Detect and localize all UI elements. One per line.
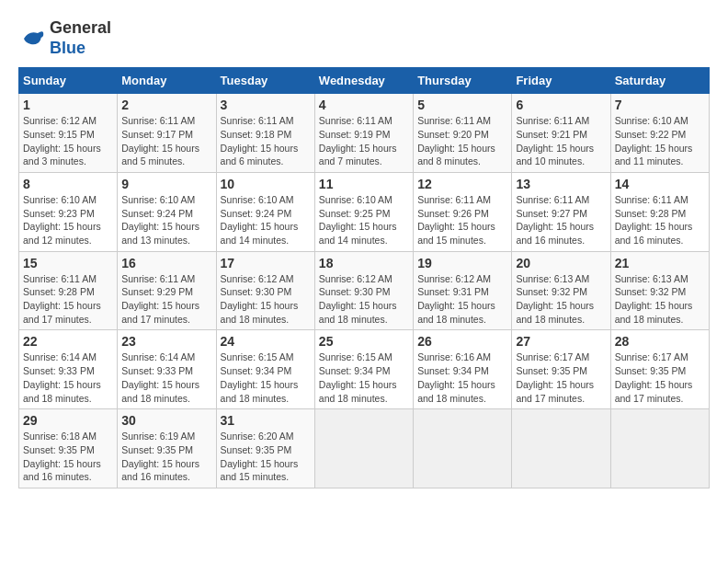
- day-number: 24: [221, 334, 311, 349]
- calendar-day: 30 Sunrise: 6:19 AM Sunset: 9:35 PM Dayl…: [118, 409, 216, 488]
- calendar-day: 18 Sunrise: 6:12 AM Sunset: 9:30 PM Dayl…: [314, 251, 413, 330]
- calendar-day: 21 Sunrise: 6:13 AM Sunset: 9:32 PM Dayl…: [610, 251, 709, 330]
- calendar-day: 16 Sunrise: 6:11 AM Sunset: 9:29 PM Dayl…: [118, 251, 216, 330]
- calendar-week-row: 1 Sunrise: 6:12 AM Sunset: 9:15 PM Dayli…: [19, 94, 710, 173]
- calendar-day: 19 Sunrise: 6:12 AM Sunset: 9:31 PM Dayl…: [414, 251, 512, 330]
- calendar-day: 4 Sunrise: 6:11 AM Sunset: 9:19 PM Dayli…: [314, 94, 413, 173]
- day-detail: Sunrise: 6:19 AM Sunset: 9:35 PM Dayligh…: [121, 430, 211, 484]
- day-detail: Sunrise: 6:12 AM Sunset: 9:31 PM Dayligh…: [417, 272, 507, 327]
- day-detail: Sunrise: 6:17 AM Sunset: 9:35 PM Dayligh…: [516, 350, 606, 405]
- day-detail: Sunrise: 6:11 AM Sunset: 9:26 PM Dayligh…: [417, 193, 507, 247]
- day-detail: Sunrise: 6:12 AM Sunset: 9:15 PM Dayligh…: [23, 114, 113, 168]
- day-detail: Sunrise: 6:14 AM Sunset: 9:33 PM Dayligh…: [23, 350, 113, 405]
- day-header-thursday: Thursday: [414, 68, 512, 94]
- calendar-day: 7 Sunrise: 6:10 AM Sunset: 9:22 PM Dayli…: [610, 94, 709, 173]
- calendar-day: 23 Sunrise: 6:14 AM Sunset: 9:33 PM Dayl…: [118, 330, 216, 409]
- day-detail: Sunrise: 6:16 AM Sunset: 9:34 PM Dayligh…: [417, 350, 507, 405]
- day-number: 9: [121, 177, 211, 191]
- day-detail: Sunrise: 6:11 AM Sunset: 9:18 PM Dayligh…: [221, 114, 311, 168]
- calendar-day: 5 Sunrise: 6:11 AM Sunset: 9:20 PM Dayli…: [414, 94, 512, 173]
- calendar-day: 10 Sunrise: 6:10 AM Sunset: 9:24 PM Dayl…: [216, 172, 314, 251]
- calendar-day: [512, 409, 610, 488]
- day-number: 12: [417, 177, 507, 191]
- calendar-day: 28 Sunrise: 6:17 AM Sunset: 9:35 PM Dayl…: [610, 330, 709, 409]
- calendar-week-row: 29 Sunrise: 6:18 AM Sunset: 9:35 PM Dayl…: [19, 409, 710, 488]
- day-number: 19: [417, 256, 507, 270]
- calendar-day: 17 Sunrise: 6:12 AM Sunset: 9:30 PM Dayl…: [216, 251, 314, 330]
- day-detail: Sunrise: 6:11 AM Sunset: 9:29 PM Dayligh…: [121, 272, 211, 327]
- calendar-day: 2 Sunrise: 6:11 AM Sunset: 9:17 PM Dayli…: [118, 94, 216, 173]
- calendar-day: [414, 409, 512, 488]
- day-number: 7: [615, 98, 705, 112]
- day-number: 8: [23, 177, 113, 191]
- calendar-day: 26 Sunrise: 6:16 AM Sunset: 9:34 PM Dayl…: [414, 330, 512, 409]
- day-number: 3: [221, 98, 311, 112]
- page-header: General Blue: [18, 18, 710, 58]
- day-detail: Sunrise: 6:12 AM Sunset: 9:30 PM Dayligh…: [221, 272, 311, 327]
- day-number: 5: [417, 98, 507, 112]
- calendar-day: 14 Sunrise: 6:11 AM Sunset: 9:28 PM Dayl…: [610, 172, 709, 251]
- day-number: 15: [23, 256, 113, 270]
- day-detail: Sunrise: 6:15 AM Sunset: 9:34 PM Dayligh…: [319, 350, 409, 405]
- day-detail: Sunrise: 6:20 AM Sunset: 9:35 PM Dayligh…: [221, 430, 311, 484]
- calendar-week-row: 22 Sunrise: 6:14 AM Sunset: 9:33 PM Dayl…: [19, 330, 710, 409]
- day-number: 13: [516, 177, 606, 191]
- day-detail: Sunrise: 6:17 AM Sunset: 9:35 PM Dayligh…: [615, 350, 705, 405]
- calendar-week-row: 8 Sunrise: 6:10 AM Sunset: 9:23 PM Dayli…: [19, 172, 710, 251]
- calendar-day: 20 Sunrise: 6:13 AM Sunset: 9:32 PM Dayl…: [512, 251, 610, 330]
- day-number: 25: [319, 334, 409, 349]
- day-detail: Sunrise: 6:13 AM Sunset: 9:32 PM Dayligh…: [516, 272, 606, 327]
- day-number: 6: [516, 98, 606, 112]
- day-detail: Sunrise: 6:11 AM Sunset: 9:20 PM Dayligh…: [417, 114, 507, 168]
- day-detail: Sunrise: 6:10 AM Sunset: 9:25 PM Dayligh…: [319, 193, 409, 247]
- day-number: 23: [121, 334, 211, 349]
- day-header-wednesday: Wednesday: [314, 68, 413, 94]
- day-number: 2: [121, 98, 211, 112]
- day-number: 27: [516, 334, 606, 349]
- logo-icon: [18, 25, 46, 52]
- calendar-header-row: SundayMondayTuesdayWednesdayThursdayFrid…: [19, 68, 710, 94]
- day-number: 26: [417, 334, 507, 349]
- day-number: 17: [221, 256, 311, 270]
- day-detail: Sunrise: 6:12 AM Sunset: 9:30 PM Dayligh…: [319, 272, 409, 327]
- calendar-day: 6 Sunrise: 6:11 AM Sunset: 9:21 PM Dayli…: [512, 94, 610, 173]
- day-detail: Sunrise: 6:10 AM Sunset: 9:23 PM Dayligh…: [23, 193, 113, 247]
- day-number: 14: [615, 177, 705, 191]
- day-number: 16: [121, 256, 211, 270]
- calendar-day: [314, 409, 413, 488]
- calendar-day: 15 Sunrise: 6:11 AM Sunset: 9:28 PM Dayl…: [19, 251, 118, 330]
- day-number: 11: [319, 177, 409, 191]
- day-number: 20: [516, 256, 606, 270]
- day-number: 31: [221, 413, 311, 428]
- day-detail: Sunrise: 6:11 AM Sunset: 9:27 PM Dayligh…: [516, 193, 606, 247]
- calendar-day: 1 Sunrise: 6:12 AM Sunset: 9:15 PM Dayli…: [19, 94, 118, 173]
- day-header-tuesday: Tuesday: [216, 68, 314, 94]
- day-number: 4: [319, 98, 409, 112]
- calendar-day: 22 Sunrise: 6:14 AM Sunset: 9:33 PM Dayl…: [19, 330, 118, 409]
- calendar-day: 27 Sunrise: 6:17 AM Sunset: 9:35 PM Dayl…: [512, 330, 610, 409]
- calendar-day: 9 Sunrise: 6:10 AM Sunset: 9:24 PM Dayli…: [118, 172, 216, 251]
- day-detail: Sunrise: 6:11 AM Sunset: 9:28 PM Dayligh…: [23, 272, 113, 327]
- day-detail: Sunrise: 6:10 AM Sunset: 9:22 PM Dayligh…: [615, 114, 705, 168]
- calendar-week-row: 15 Sunrise: 6:11 AM Sunset: 9:28 PM Dayl…: [19, 251, 710, 330]
- day-detail: Sunrise: 6:11 AM Sunset: 9:17 PM Dayligh…: [121, 114, 211, 168]
- day-number: 18: [319, 256, 409, 270]
- calendar-day: 13 Sunrise: 6:11 AM Sunset: 9:27 PM Dayl…: [512, 172, 610, 251]
- calendar-day: 24 Sunrise: 6:15 AM Sunset: 9:34 PM Dayl…: [216, 330, 314, 409]
- calendar-day: 29 Sunrise: 6:18 AM Sunset: 9:35 PM Dayl…: [19, 409, 118, 488]
- calendar-day: 3 Sunrise: 6:11 AM Sunset: 9:18 PM Dayli…: [216, 94, 314, 173]
- logo-text-line1: General: [50, 18, 111, 39]
- day-detail: Sunrise: 6:10 AM Sunset: 9:24 PM Dayligh…: [221, 193, 311, 247]
- day-number: 21: [615, 256, 705, 270]
- day-detail: Sunrise: 6:11 AM Sunset: 9:19 PM Dayligh…: [319, 114, 409, 168]
- calendar-day: 25 Sunrise: 6:15 AM Sunset: 9:34 PM Dayl…: [314, 330, 413, 409]
- calendar-day: 12 Sunrise: 6:11 AM Sunset: 9:26 PM Dayl…: [414, 172, 512, 251]
- calendar-table: SundayMondayTuesdayWednesdayThursdayFrid…: [18, 67, 710, 488]
- day-number: 1: [23, 98, 113, 112]
- calendar-day: 11 Sunrise: 6:10 AM Sunset: 9:25 PM Dayl…: [314, 172, 413, 251]
- day-number: 22: [23, 334, 113, 349]
- calendar-day: 31 Sunrise: 6:20 AM Sunset: 9:35 PM Dayl…: [216, 409, 314, 488]
- day-detail: Sunrise: 6:10 AM Sunset: 9:24 PM Dayligh…: [121, 193, 211, 247]
- day-detail: Sunrise: 6:15 AM Sunset: 9:34 PM Dayligh…: [221, 350, 311, 405]
- day-detail: Sunrise: 6:14 AM Sunset: 9:33 PM Dayligh…: [121, 350, 211, 405]
